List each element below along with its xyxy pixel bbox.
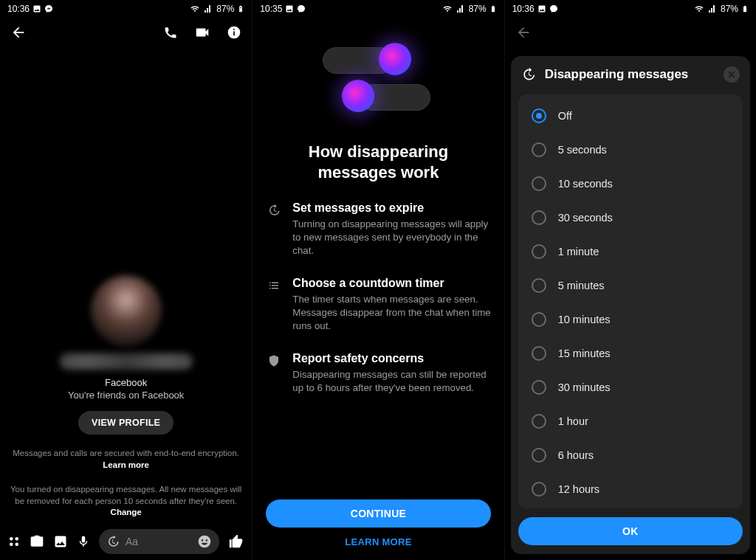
messenger-icon [297,4,306,13]
signal-icon [203,4,213,13]
battery-text: 87% [469,4,487,14]
platform-label: Facebook [105,377,147,388]
duration-option-label: 10 seconds [558,178,613,190]
duration-option[interactable]: 10 seconds [521,167,740,201]
duration-option[interactable]: 6 hours [521,438,740,472]
radio-icon [532,414,546,429]
voice-call-icon[interactable] [163,25,178,40]
svg-point-9 [202,539,204,542]
message-placeholder: Aa [126,536,191,547]
sheet-title: Disappearing messages [545,67,715,82]
page-title: How disappearing messages work [309,142,448,182]
history-icon [266,201,282,257]
wifi-icon [190,4,200,13]
duration-option[interactable]: 12 hours [521,472,740,506]
radio-icon [532,244,546,259]
screen-how-it-works: 10:35 87% How disappearing messages work [252,0,504,560]
svg-point-6 [10,543,13,547]
clock: 10:35 [260,4,282,14]
image-icon [537,4,546,13]
svg-rect-3 [233,29,235,30]
change-link[interactable]: Change [111,508,142,516]
duration-option[interactable]: 1 hour [521,404,740,438]
encryption-notice: Messages and calls are secured with end-… [9,448,243,471]
duration-option[interactable]: 5 minutes [521,269,740,303]
camera-icon[interactable] [30,534,44,549]
clock: 10:36 [7,4,30,14]
continue-button[interactable]: CONTINUE [266,499,490,528]
image-icon [32,4,41,13]
avatar[interactable] [91,275,162,346]
shield-icon [266,352,282,395]
gallery-icon[interactable] [53,534,68,549]
messenger-icon [549,4,558,13]
battery-text: 87% [721,4,738,14]
screen-duration-picker: 10:36 87% Disappearing messages ✕ Off5 s… [504,0,756,560]
mic-icon[interactable] [77,535,90,548]
back-icon[interactable] [515,24,532,41]
apps-icon[interactable] [7,535,21,548]
video-call-icon[interactable] [194,24,210,41]
disappearing-notice: You turned on disappearing messages. All… [9,484,243,519]
emoji-icon[interactable] [197,534,212,549]
feature-title: Report safety concerns [292,352,490,365]
contact-name-blurred [60,353,193,370]
duration-option[interactable]: 15 minutes [521,336,740,370]
radio-icon [532,380,546,395]
duration-option-label: 5 minutes [558,280,605,291]
feature-expire: Set messages to expire Turning on disapp… [266,201,490,257]
status-bar: 10:36 87% [0,0,252,18]
svg-point-7 [16,543,19,547]
toggle-illustration [315,40,441,128]
duration-option-label: 12 hours [558,483,599,495]
radio-icon [532,278,546,293]
duration-option[interactable]: 10 minutes [521,303,740,336]
learn-more-link[interactable]: Learn more [103,460,149,469]
duration-option-label: 1 minute [558,246,599,257]
svg-point-4 [10,537,13,541]
feature-title: Choose a countdown timer [292,277,490,290]
view-profile-button[interactable]: VIEW PROFILE [78,411,173,435]
learn-more-button[interactable]: LEARN MORE [266,529,490,554]
chat-top-bar [0,18,252,47]
duration-option[interactable]: Off [521,99,740,133]
history-icon [521,67,536,82]
info-icon[interactable] [227,25,241,40]
wifi-icon [442,4,453,13]
feature-desc: The timer starts when messages are seen.… [292,293,490,333]
duration-option-label: 10 minutes [558,314,611,325]
svg-point-5 [16,537,19,541]
duration-option[interactable]: 5 seconds [521,133,740,167]
duration-option-list[interactable]: Off5 seconds10 seconds30 seconds1 minute… [518,94,743,508]
feature-desc: Disappearing messages can still be repor… [292,368,490,395]
clock: 10:36 [512,4,535,14]
sheet-top-bar [505,18,756,47]
duration-option-label: 1 hour [558,415,588,427]
duration-option-label: 5 seconds [558,144,607,156]
duration-option-label: 30 seconds [558,212,613,224]
screen-chat: 10:36 87% Facebook [0,0,252,560]
timer-icon [106,535,120,548]
radio-icon [532,142,546,157]
feature-timer: Choose a countdown timer The timer start… [266,277,490,333]
svg-rect-12 [744,8,746,12]
chat-intro: Facebook You're friends on Facebook VIEW… [0,47,252,523]
svg-point-10 [206,539,208,542]
close-icon[interactable]: ✕ [724,66,740,83]
duration-option[interactable]: 30 seconds [521,201,740,235]
ok-button[interactable]: OK [518,517,743,545]
status-bar: 10:35 87% [252,0,504,18]
feature-title: Set messages to expire [292,201,490,215]
duration-sheet: Disappearing messages ✕ Off5 seconds10 s… [511,56,750,554]
radio-icon [532,312,546,327]
feature-report: Report safety concerns Disappearing mess… [266,352,490,395]
svg-rect-11 [492,8,494,12]
duration-option[interactable]: 1 minute [521,235,740,269]
message-input[interactable]: Aa [99,529,219,554]
back-icon[interactable] [10,24,27,41]
like-icon[interactable] [228,533,244,550]
friendship-status: You're friends on Facebook [68,390,184,401]
battery-icon [741,4,749,14]
duration-option[interactable]: 30 minutes [521,370,740,404]
signal-icon [707,4,718,13]
